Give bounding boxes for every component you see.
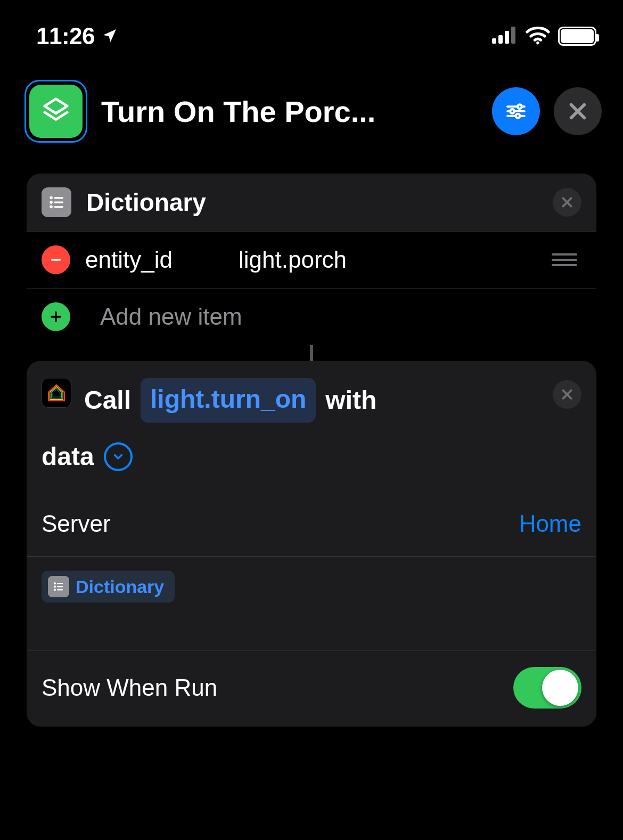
svg-rect-31 bbox=[57, 589, 63, 590]
svg-point-10 bbox=[516, 114, 520, 118]
svg-point-28 bbox=[54, 586, 56, 588]
dictionary-key-field[interactable]: entity_id bbox=[85, 246, 224, 273]
svg-rect-29 bbox=[57, 586, 63, 587]
dictionary-chip-icon bbox=[48, 576, 69, 597]
svg-point-17 bbox=[50, 205, 53, 209]
svg-rect-21 bbox=[51, 259, 61, 261]
svg-rect-27 bbox=[57, 583, 63, 584]
status-left: 11:26 bbox=[36, 23, 118, 50]
wifi-icon bbox=[525, 26, 551, 47]
service-token[interactable]: light.turn_on bbox=[141, 378, 316, 423]
svg-point-13 bbox=[50, 196, 53, 200]
show-when-run-label: Show When Run bbox=[42, 674, 217, 701]
shortcut-title[interactable]: Turn On The Porc... bbox=[101, 94, 478, 129]
remove-call-action-button[interactable] bbox=[553, 380, 581, 409]
action-connector bbox=[310, 345, 313, 361]
call-service-summary: Call light.turn_on with data bbox=[84, 378, 540, 476]
svg-point-26 bbox=[54, 582, 56, 584]
add-dictionary-row[interactable]: Add new item bbox=[27, 289, 596, 345]
home-assistant-icon bbox=[42, 378, 71, 408]
svg-point-30 bbox=[54, 589, 56, 591]
dictionary-icon bbox=[42, 187, 71, 217]
dictionary-action-header[interactable]: Dictionary bbox=[27, 174, 596, 231]
call-service-header[interactable]: Call light.turn_on with data bbox=[27, 361, 596, 491]
remove-row-button[interactable] bbox=[42, 245, 70, 274]
svg-rect-14 bbox=[54, 197, 63, 199]
dictionary-action-title: Dictionary bbox=[86, 188, 538, 217]
svg-point-6 bbox=[518, 104, 522, 109]
data-param-row[interactable]: Dictionary bbox=[27, 556, 596, 650]
drag-handle-icon[interactable] bbox=[552, 253, 577, 266]
cellular-signal-icon bbox=[492, 27, 518, 46]
status-bar: 11:26 bbox=[0, 0, 623, 53]
shortcut-icon-button[interactable] bbox=[24, 80, 87, 143]
shortcut-header: Turn On The Porc... bbox=[0, 53, 623, 164]
settings-button[interactable] bbox=[492, 87, 540, 135]
server-label: Server bbox=[42, 510, 111, 537]
clock: 11:26 bbox=[36, 23, 95, 50]
svg-rect-0 bbox=[492, 38, 496, 44]
svg-point-4 bbox=[536, 42, 539, 45]
battery-icon bbox=[558, 27, 596, 46]
svg-point-15 bbox=[50, 201, 53, 204]
svg-rect-2 bbox=[505, 31, 509, 44]
call-suffix: data bbox=[42, 438, 94, 476]
server-value[interactable]: Home bbox=[519, 510, 581, 537]
svg-rect-16 bbox=[54, 202, 63, 203]
remove-dictionary-action-button[interactable] bbox=[553, 188, 581, 217]
call-mid: with bbox=[325, 381, 376, 419]
dictionary-rows: entity_id light.porch Add new item bbox=[27, 231, 596, 345]
shortcut-app-icon bbox=[29, 85, 83, 138]
svg-rect-1 bbox=[498, 35, 503, 44]
dictionary-value-field[interactable]: light.porch bbox=[239, 246, 537, 273]
call-prefix: Call bbox=[84, 381, 131, 419]
status-right bbox=[492, 26, 596, 47]
show-when-run-toggle[interactable] bbox=[513, 667, 581, 709]
svg-rect-3 bbox=[511, 27, 515, 44]
svg-point-8 bbox=[510, 109, 514, 113]
svg-rect-18 bbox=[54, 206, 63, 208]
dictionary-chip-label: Dictionary bbox=[76, 577, 164, 597]
add-row-button[interactable] bbox=[42, 302, 70, 331]
actions-list: Dictionary entity_id light.porch bbox=[0, 164, 623, 727]
expand-action-button[interactable] bbox=[104, 442, 133, 471]
show-when-run-row: Show When Run bbox=[27, 650, 596, 727]
add-row-placeholder: Add new item bbox=[85, 303, 242, 330]
server-param-row[interactable]: Server Home bbox=[27, 491, 596, 556]
close-button[interactable] bbox=[554, 87, 602, 135]
location-services-icon bbox=[101, 23, 118, 50]
dictionary-action-card: Dictionary entity_id light.porch bbox=[27, 174, 596, 345]
dictionary-row: entity_id light.porch bbox=[27, 232, 596, 289]
call-service-action-card: Call light.turn_on with data Server Home bbox=[27, 361, 596, 727]
dictionary-variable-chip[interactable]: Dictionary bbox=[42, 571, 175, 603]
